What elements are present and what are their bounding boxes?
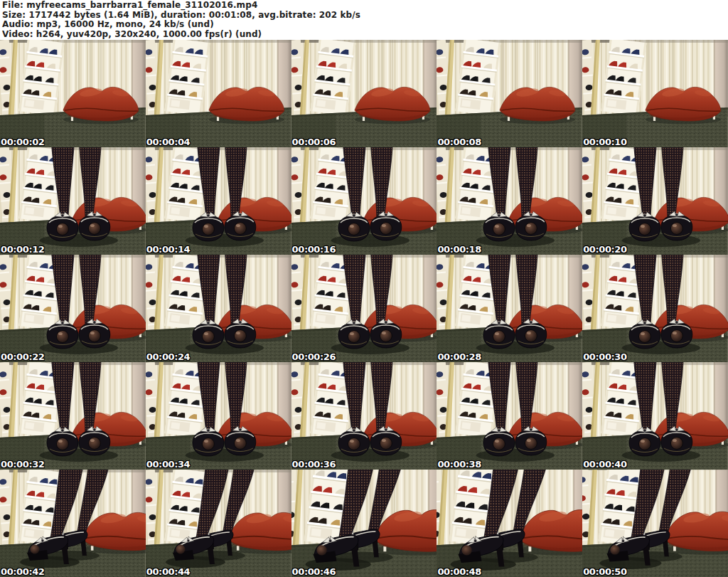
video-thumbnail: 00:00:22 xyxy=(0,255,146,362)
video-frame-image xyxy=(291,362,437,470)
timestamp-label: 00:00:38 xyxy=(437,459,481,470)
timestamp-label: 00:00:18 xyxy=(437,244,481,255)
video-frame-image xyxy=(146,40,291,147)
video-frame-image xyxy=(291,147,437,255)
video-thumbnail: 00:00:44 xyxy=(146,470,291,577)
video-thumbnail: 00:00:08 xyxy=(437,40,582,147)
video-frame-image xyxy=(291,255,437,362)
video-thumbnail: 00:00:40 xyxy=(582,362,728,470)
video-frame-image xyxy=(582,470,728,577)
video-thumbnail: 00:00:30 xyxy=(582,255,728,362)
video-thumbnail: 00:00:34 xyxy=(146,362,291,470)
file-name-line: File: myfreecams_barrbarra1_female_31102… xyxy=(2,1,728,11)
timestamp-label: 00:00:08 xyxy=(437,137,481,147)
video-thumbnail: 00:00:24 xyxy=(146,255,291,362)
video-thumbnail: 00:00:18 xyxy=(437,147,582,255)
video-frame-image xyxy=(0,147,146,255)
video-frame-image xyxy=(146,255,291,362)
video-frame-image xyxy=(291,40,437,147)
video-frame-image xyxy=(0,40,146,147)
audio-info-line: Audio: mp3, 16000 Hz, mono, 24 kb/s (und… xyxy=(2,20,728,30)
video-thumbnail: 00:00:36 xyxy=(291,362,437,470)
timestamp-label: 00:00:32 xyxy=(1,459,44,470)
video-thumbnail: 00:00:20 xyxy=(582,147,728,255)
video-thumbnail: 00:00:26 xyxy=(291,255,437,362)
timestamp-label: 00:00:46 xyxy=(292,566,336,577)
size-line: Size: 1717442 bytes (1.64 MiB), duration… xyxy=(2,11,728,21)
file-info-header: File: myfreecams_barrbarra1_female_31102… xyxy=(0,0,728,40)
video-thumbnail: 00:00:28 xyxy=(437,255,582,362)
video-frame-image xyxy=(0,255,146,362)
video-frame-image xyxy=(0,470,146,577)
video-frame-image xyxy=(582,40,728,147)
video-info-line: Video: h264, yuv420p, 320x240, 1000.00 f… xyxy=(2,30,728,40)
timestamp-label: 00:00:44 xyxy=(146,566,190,577)
timestamp-label: 00:00:28 xyxy=(437,351,481,362)
video-thumbnail: 00:00:16 xyxy=(291,147,437,255)
video-frame-image xyxy=(146,147,291,255)
video-frame-image xyxy=(146,362,291,470)
timestamp-label: 00:00:30 xyxy=(583,351,626,362)
timestamp-label: 00:00:22 xyxy=(1,351,44,362)
video-thumbnail: 00:00:50 xyxy=(582,470,728,577)
video-thumbnail: 00:00:32 xyxy=(0,362,146,470)
video-frame-image xyxy=(437,362,582,470)
timestamp-label: 00:00:34 xyxy=(146,459,190,470)
video-frame-image xyxy=(437,147,582,255)
video-thumbnail: 00:00:42 xyxy=(0,470,146,577)
video-thumbnail: 00:00:02 xyxy=(0,40,146,147)
video-frame-image xyxy=(0,362,146,470)
timestamp-label: 00:00:12 xyxy=(1,244,44,255)
video-thumbnail: 00:00:46 xyxy=(291,470,437,577)
timestamp-label: 00:00:50 xyxy=(583,566,626,577)
video-frame-image xyxy=(582,147,728,255)
thumbnail-grid: 00:00:02 00:00:04 xyxy=(0,40,728,577)
video-thumbnail: 00:00:14 xyxy=(146,147,291,255)
timestamp-label: 00:00:04 xyxy=(146,137,190,147)
video-frame-image xyxy=(146,470,291,577)
timestamp-label: 00:00:40 xyxy=(583,459,626,470)
timestamp-label: 00:00:26 xyxy=(292,351,336,362)
video-thumbnail: 00:00:38 xyxy=(437,362,582,470)
video-frame-image xyxy=(437,40,582,147)
timestamp-label: 00:00:02 xyxy=(1,137,44,147)
video-thumbnail: 00:00:10 xyxy=(582,40,728,147)
video-frame-image xyxy=(437,255,582,362)
video-thumbnail: 00:00:04 xyxy=(146,40,291,147)
timestamp-label: 00:00:06 xyxy=(292,137,336,147)
timestamp-label: 00:00:14 xyxy=(146,244,190,255)
timestamp-label: 00:00:24 xyxy=(146,351,190,362)
timestamp-label: 00:00:42 xyxy=(1,566,44,577)
video-frame-image xyxy=(582,362,728,470)
timestamp-label: 00:00:20 xyxy=(583,244,626,255)
timestamp-label: 00:00:36 xyxy=(292,459,336,470)
video-thumbnail: 00:00:06 xyxy=(291,40,437,147)
video-frame-image xyxy=(582,255,728,362)
video-frame-image xyxy=(437,470,582,577)
video-thumbnail: 00:00:48 xyxy=(437,470,582,577)
video-frame-image xyxy=(291,470,437,577)
timestamp-label: 00:00:10 xyxy=(583,137,626,147)
video-thumbnail: 00:00:12 xyxy=(0,147,146,255)
timestamp-label: 00:00:16 xyxy=(292,244,336,255)
timestamp-label: 00:00:48 xyxy=(437,566,481,577)
